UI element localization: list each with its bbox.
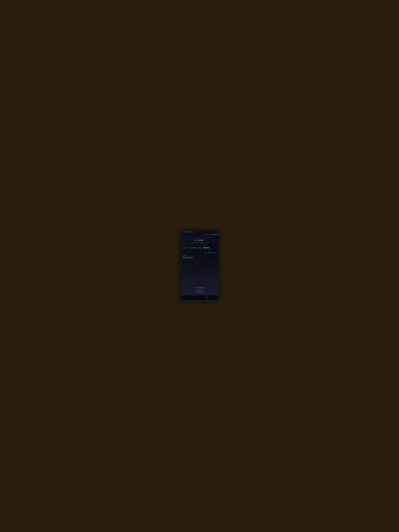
nav-prefix-label: Discover: xyxy=(183,247,189,249)
featured-label-row: FEATURED ARTIST xyxy=(183,252,216,253)
main-content: Hi, Baden! Here's what's new in your lib… xyxy=(181,236,218,295)
vibrate-icon: 📳 xyxy=(204,234,206,235)
notif-icon-delete: 🗑 xyxy=(187,231,189,233)
tab-playlists[interactable]: Playlists xyxy=(202,247,210,249)
notif-icon-volume: ◐ xyxy=(184,231,184,233)
phone-device: CAUTION AUDIO ☐ ◐ 🐦 🗑 🎧 ∞ ↩ 📳 ACG ▾ ✈ ⚡ … xyxy=(180,230,219,302)
notif-icon-headphone: 🎧 xyxy=(189,231,190,233)
notif-icon-back: ↩ xyxy=(193,231,194,233)
notif-icon-1: ☐ xyxy=(182,231,183,233)
song-info: Triple Concerto in C Major, D... Anne-So… xyxy=(183,287,216,293)
menu-icon[interactable]: ≡ xyxy=(207,297,209,299)
tab-recent[interactable]: Recent xyxy=(190,247,196,249)
status-right: 📳 ACG ▾ ✈ ⚡ 2:46 PM xyxy=(204,234,217,235)
label-value: Sire Records xyxy=(183,257,216,259)
greeting-subtitle: Here's what's new in your library. xyxy=(183,242,216,244)
song-line2: C Major, D... xyxy=(183,289,216,291)
notification-bar: ☐ ◐ 🐦 🗑 🎧 ∞ ↩ xyxy=(181,231,218,233)
notif-icon-twitter: 🐦 xyxy=(185,231,187,233)
status-bar: 📳 ACG ▾ ✈ ⚡ 2:46 PM xyxy=(181,233,218,236)
notif-icon-infinity: ∞ xyxy=(191,231,192,233)
song-line1: Triple Concerto in xyxy=(183,287,216,289)
airplane-icon: ✈ xyxy=(210,234,211,235)
featured-artist-label: FEATURED ARTIST xyxy=(204,252,217,253)
featured-section: FEATURED ARTIST LABEL Sire Records xyxy=(183,252,216,259)
label-section: LABEL Sire Records xyxy=(183,255,216,259)
greeting-title: Hi, Baden! xyxy=(183,239,216,242)
phone-screen: ☐ ◐ 🐦 🗑 🎧 ∞ ↩ 📳 ACG ▾ ✈ ⚡ 2:46 PM xyxy=(181,231,218,300)
status-time: 2:46 PM xyxy=(213,234,217,235)
battery-icon: ⚡ xyxy=(211,234,212,235)
home-icon[interactable]: ⌂ xyxy=(190,297,192,299)
greeting-section: Hi, Baden! Here's what's new in your lib… xyxy=(183,239,216,244)
nav-tabs: Discover: Recent Tags Playlists xyxy=(183,247,216,249)
bottom-nav-bar: ⌂ ≡ xyxy=(181,295,218,300)
label-heading: LABEL xyxy=(183,255,216,256)
wifi-icon: ▾ xyxy=(209,234,209,235)
bottom-content: Triple Concerto in C Major, D... Anne-So… xyxy=(183,287,216,294)
tab-tags[interactable]: Tags xyxy=(197,247,202,249)
carrier-label: ACG xyxy=(206,234,208,235)
song-line3: Anne-Sophie M... xyxy=(183,291,216,293)
